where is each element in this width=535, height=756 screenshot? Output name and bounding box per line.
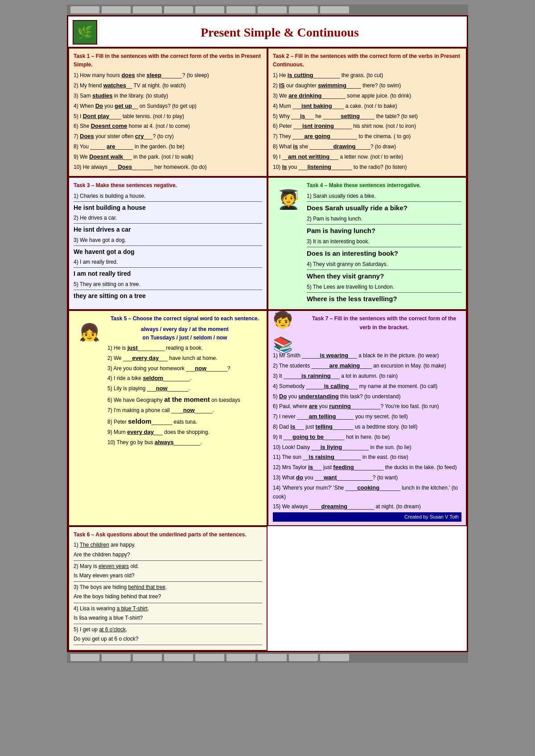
task6-item5-orig: 5) I get up at 6 o'clock. (74, 625, 262, 634)
task7-row4: 4) Somebody ______is calling___ my name … (273, 382, 461, 391)
task4-item1-answer: Does Sarah usually ride a bike? (307, 203, 461, 213)
task3-item3-answer: We havent got a dog (74, 247, 262, 257)
task3-item2-orig: 2) He drives a car. (74, 214, 262, 222)
task1-row2: 2) My friend watches__ TV at night. (to … (74, 81, 262, 90)
task4-item5-orig: 5) The Lees are travelling to London. (307, 283, 461, 291)
task2-box: Task 2 – Fill in the sentences with the … (268, 48, 467, 177)
task6-title: Task 6 – Ask questions about the underli… (74, 531, 262, 539)
task2-row10: 10) Is you ___listening_______ to the ra… (273, 163, 461, 172)
task5-signal-words: always / every day / at the momenton Tue… (107, 325, 262, 342)
task7-row15: 15) We always ____dreaming_________ at n… (273, 502, 461, 511)
task6-item4-answer: Is lisa wearing a blue T-shirt? (74, 614, 262, 622)
task1-row9: 9) We Doesnt walk___ in the park. (not /… (74, 152, 262, 162)
task3-item5-orig: 5) They are sitting on a tree. (74, 280, 262, 289)
task6-item3-answer: Are the boys hiding behind that tree? (74, 593, 262, 601)
task3-item4-orig: 4) I am really tired. (74, 258, 262, 266)
task2-row1: 1) He is cutting_________ the grass. (to… (273, 71, 461, 80)
task4-item4-answer: When they visit granny? (307, 271, 461, 282)
task7-row3: 3) It ______is rainning___ a lot in autu… (273, 372, 461, 381)
task5-box: 👧 Task 5 – Choose the correct signal wor… (68, 310, 268, 526)
task4-cartoon: 🧑‍🎓 (273, 181, 304, 217)
task4-item2-answer: Pam is having lunch? (307, 225, 461, 236)
main-page: 🌿 Present Simple & Continuous Task 1 – F… (67, 15, 468, 652)
task7-row11: 11) The sun __is raising_________ in the… (273, 453, 461, 462)
task2-row7: 7) They ____are going_________ to the ci… (273, 132, 461, 141)
task6-item2-orig: 2) Mary is eleven years old. (74, 562, 262, 571)
task7-row7: 7) I never ____am telling______ you my s… (273, 412, 461, 421)
task2-row8: 8) What is she ________drawing_____? (to… (273, 142, 461, 151)
task1-row10: 10) He always ___Does_______ her homewor… (74, 163, 262, 172)
task7-row14: 14) 'Where's your mum?' 'She ____cooking… (273, 483, 461, 501)
task5-row10: 10) They go by bus always_________. (107, 438, 262, 447)
task2-row4: 4) Mum ___isnt baking____ a cake. (not /… (273, 102, 461, 111)
task3-item2-answer: He isnt drives a car (74, 225, 262, 234)
task6-item3-orig: 3) The boys are hiding behind that tree. (74, 583, 262, 592)
task3-title: Task 3 – Make these sentences negative. (74, 181, 262, 190)
task4-item4-orig: 4) They visit granny on Saturdays. (307, 260, 461, 269)
task4-item5-answer: Where is the less travelling? (307, 294, 461, 304)
task1-row7: 7) Does your sister often cry___? (to cr… (74, 132, 262, 141)
task3-item1-orig: 1) Charles is building a house. (74, 192, 262, 200)
task3-item1-answer: He isnt building a house (74, 203, 262, 212)
task4-item1-orig: 1) Sarah usually rides a bike. (307, 192, 461, 200)
task6-item1-answer: Are the children happy? (74, 551, 262, 559)
page-title: Present Simple & Continuous (97, 25, 462, 40)
task2-row2: 2) IS our daughter swimming_____ there? … (273, 81, 461, 90)
task4-item2-orig: 2) Pam is having lunch. (307, 215, 461, 223)
task1-row3: 3) Sam studies in the library. (to study… (74, 91, 262, 101)
footer-credit: Created by Susan V Toth (273, 512, 461, 522)
task5-row6: 6) We have Geography at the moment on tu… (107, 394, 262, 405)
task2-row6: 6) Peter ___isnt ironing______ his shirt… (273, 122, 461, 131)
task1-row8: 8) You _____ are______ in the garden. (t… (74, 142, 262, 151)
task6-box: Task 6 – Ask questions about the underli… (68, 526, 268, 651)
task5-row1: 1) He is just_________ reading a book. (107, 343, 262, 353)
task6-item4-orig: 4) Lisa is wearing a blue T-shirt. (74, 605, 262, 613)
task4-title: Task 4 – Make these sentences interrogat… (307, 181, 461, 190)
task1-title: Task 1 – Fill in the sentences with the … (74, 52, 262, 69)
task5-row2: 2) We ___every day___ have lunch at home… (107, 354, 262, 363)
task3-box: Task 3 – Make these sentences negative. … (68, 177, 268, 310)
task7-row1: 1) Mr Smith ______is wearing___ a black … (273, 351, 461, 360)
task7-row12: 12) Mrs Taylor is___ just feeding_______… (273, 463, 461, 472)
task7-box: 🧒📚 Task 7 – Fill in the sentences with t… (268, 310, 467, 526)
task7-row2: 2) The students ______are making____ an … (273, 361, 461, 371)
task5-cartoon: 👧 (74, 315, 105, 350)
task7-cartoon: 🧒📚 (273, 315, 304, 350)
task7-row6: 6) Paul, where are you running__________… (273, 402, 461, 411)
logo: 🌿 (73, 20, 97, 45)
task6-item5-answer: Do you get up at 6 o clock? (74, 635, 262, 643)
task3-item5-answer: they are sitting on a tree (74, 291, 262, 301)
task1-row1: 1) How many hours does she sleep_______?… (74, 71, 262, 80)
task1-box: Task 1 – Fill in the sentences with the … (68, 48, 268, 177)
task7-row10: 10) Look! Daisy ___is liying_________ in… (273, 443, 461, 452)
task7-row9: 9) It ___going to be_______ hot in here.… (273, 433, 461, 442)
task1-row6: 6) She Doesnt come home at 4. (not / to … (74, 122, 262, 131)
task4-item3-orig: 3) It is an interesting book. (307, 237, 461, 246)
task5-row7: 7) I'm making a phone call ____now______… (107, 406, 262, 415)
task3-item3-orig: 3) We have got a dog. (74, 236, 262, 245)
task4-box: 🧑‍🎓 Task 4 – Make these sentences interr… (268, 177, 467, 310)
page-header: 🌿 Present Simple & Continuous (68, 16, 467, 48)
task4-item3-answer: Does Is an interesting book? (307, 248, 461, 259)
task7-row13: 13) What do you ___want____________? (to… (273, 473, 461, 482)
task5-row4: 4) I ride a bike seldom_________. (107, 374, 262, 383)
task5-row3: 3) Are you doing your homework ___now___… (107, 364, 262, 373)
task5-row5: 5) Lily is playing ___now_______. (107, 384, 262, 393)
task1-row5: 5) I Dont play____ table tennis. (not / … (74, 112, 262, 121)
task5-title: Task 5 – Choose the correct signal word … (107, 315, 262, 323)
task7-row5: 5) Do you understanding this task? (to u… (273, 392, 461, 401)
task7-row8: 8) Dad is___ just telling_______ us a be… (273, 422, 461, 432)
task6-item1-orig: 1) The children are happy. (74, 541, 262, 549)
task6-item2-answer: Is Mary eleven years old? (74, 572, 262, 580)
task7-title: Task 7 – Fill in the sentences with the … (307, 315, 461, 331)
task1-row4: 4) When Do you get up__ on Sundays? (to … (74, 102, 262, 111)
task5-row8: 8) Peter seldom_______ eats tuna. (107, 416, 262, 427)
task2-row5: 5) Why ___is___ he ______setting_____ th… (273, 112, 461, 121)
task5-row9: 9) Mum every day___ does the shopping. (107, 428, 262, 437)
task2-title: Task 2 – Fill in the sentences with the … (273, 52, 461, 69)
task2-row9: 9) I __am not writting___ a letter now. … (273, 152, 461, 162)
task3-item4-answer: I am not really tired (74, 269, 262, 278)
task2-row3: 3) We are drinking________ some apple ju… (273, 91, 461, 101)
